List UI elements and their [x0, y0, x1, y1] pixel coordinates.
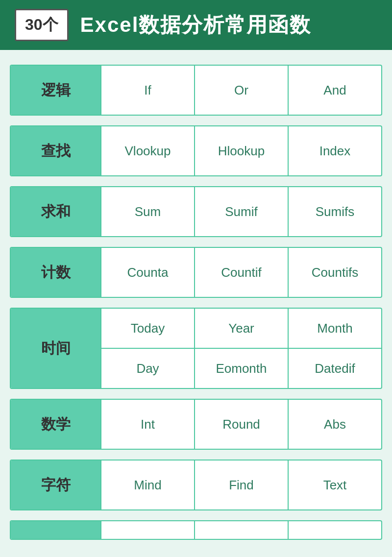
func-extra-2: [195, 521, 289, 540]
func-extra-1: [101, 521, 195, 540]
group-text: 字符 Mind Find Text: [10, 460, 382, 510]
func-countif: Countif: [195, 248, 289, 297]
category-logic: 逻辑: [11, 66, 101, 115]
functions-count: Counta Countif Countifs: [101, 248, 381, 297]
func-text: Text: [289, 460, 381, 509]
func-find: Find: [195, 460, 289, 509]
functions-text: Mind Find Text: [101, 460, 381, 509]
group-extra: [10, 520, 382, 540]
group-math: 数学 Int Round Abs: [10, 399, 382, 450]
group-count: 计数 Counta Countif Countifs: [10, 247, 382, 298]
functions-logic: If Or And: [101, 66, 381, 115]
row-text: 字符 Mind Find Text: [11, 460, 381, 509]
func-today: Today: [101, 309, 195, 348]
category-time: 时间: [11, 309, 101, 388]
func-or: Or: [195, 66, 289, 115]
func-sumifs: Sumifs: [289, 187, 381, 236]
category-text: 字符: [11, 460, 101, 509]
category-lookup: 查找: [11, 126, 101, 175]
row-time: 时间 Today Year Month Day Eomonth Datedif: [11, 309, 381, 388]
row-extra: [11, 521, 381, 540]
functions-sum: Sum Sumif Sumifs: [101, 187, 381, 236]
func-mind: Mind: [101, 460, 195, 509]
group-time: 时间 Today Year Month Day Eomonth Datedif: [10, 308, 382, 389]
func-eomonth: Eomonth: [195, 349, 289, 388]
functions-math: Int Round Abs: [101, 400, 381, 449]
func-counta: Counta: [101, 248, 195, 297]
func-hlookup: Hlookup: [195, 126, 289, 175]
func-int: Int: [101, 400, 195, 449]
row-sum: 求和 Sum Sumif Sumifs: [11, 187, 381, 236]
functions-time: Today Year Month Day Eomonth Datedif: [101, 309, 381, 388]
category-extra: [11, 521, 101, 540]
time-row-1: Today Year Month: [101, 309, 381, 348]
category-sum: 求和: [11, 187, 101, 236]
func-datedif: Datedif: [289, 349, 381, 388]
func-sum: Sum: [101, 187, 195, 236]
content-area: 逻辑 If Or And 查找 Vlookup Hlookup Index: [0, 60, 392, 545]
app-container: 30个 Excel数据分析常用函数 逻辑 If Or And 查找 Vlooku…: [0, 0, 392, 545]
func-month: Month: [289, 309, 381, 348]
functions-extra: [101, 521, 381, 540]
func-index: Index: [289, 126, 381, 175]
func-countifs: Countifs: [289, 248, 381, 297]
func-day: Day: [101, 349, 195, 388]
func-extra-3: [289, 521, 381, 540]
func-vlookup: Vlookup: [101, 126, 195, 175]
category-math: 数学: [11, 400, 101, 449]
header-badge: 30个: [15, 9, 69, 41]
header: 30个 Excel数据分析常用函数: [0, 0, 392, 50]
time-row-2: Day Eomonth Datedif: [101, 348, 381, 388]
row-math: 数学 Int Round Abs: [11, 400, 381, 449]
row-lookup: 查找 Vlookup Hlookup Index: [11, 126, 381, 175]
group-lookup: 查找 Vlookup Hlookup Index: [10, 125, 382, 176]
row-logic: 逻辑 If Or And: [11, 66, 381, 115]
func-abs: Abs: [289, 400, 381, 449]
category-count: 计数: [11, 248, 101, 297]
group-logic: 逻辑 If Or And: [10, 65, 382, 116]
func-sumif: Sumif: [195, 187, 289, 236]
func-round: Round: [195, 400, 289, 449]
func-year: Year: [195, 309, 289, 348]
header-title: Excel数据分析常用函数: [80, 11, 312, 39]
func-if: If: [101, 66, 195, 115]
functions-lookup: Vlookup Hlookup Index: [101, 126, 381, 175]
group-sum: 求和 Sum Sumif Sumifs: [10, 186, 382, 237]
func-and: And: [289, 66, 381, 115]
row-count: 计数 Counta Countif Countifs: [11, 248, 381, 297]
